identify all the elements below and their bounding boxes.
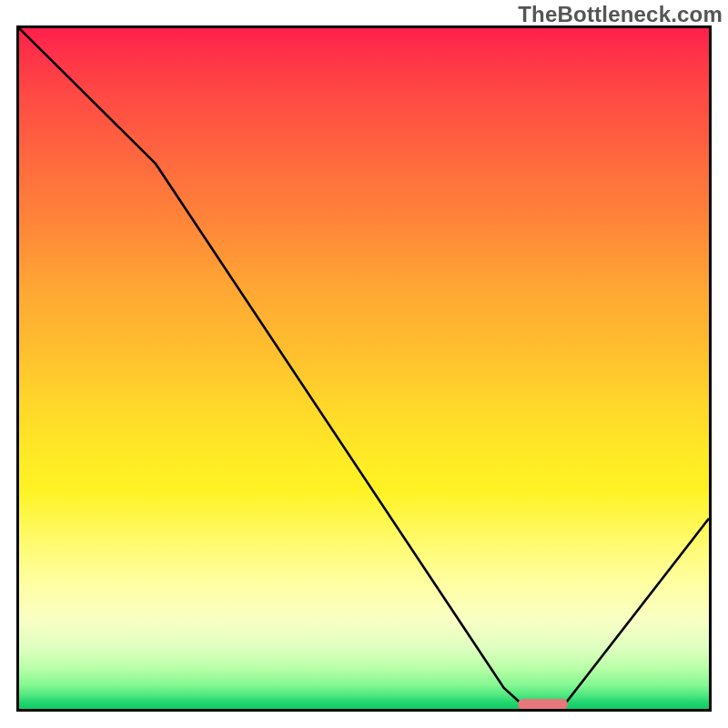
chart-container: TheBottleneck.com: [0, 0, 728, 728]
plot-area: [16, 25, 712, 712]
watermark-text: TheBottleneck.com: [518, 2, 723, 27]
bottleneck-curve: [19, 28, 709, 709]
curve-path: [19, 28, 709, 705]
optimal-marker: [518, 699, 568, 710]
